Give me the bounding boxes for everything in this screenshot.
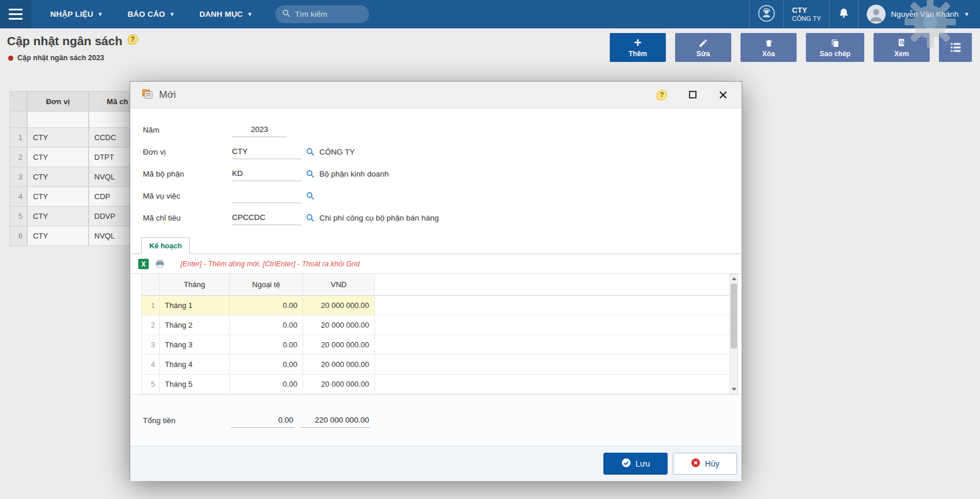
foreign-cell[interactable]: 0.00 bbox=[230, 375, 303, 394]
job-lookup-button[interactable] bbox=[306, 192, 315, 200]
vnd-cell[interactable]: 20 000 000.00 bbox=[303, 355, 375, 374]
department-lookup-button[interactable] bbox=[306, 170, 315, 178]
grid-header-row: Tháng Ngoại tệ VND bbox=[141, 274, 738, 296]
field-job: Mã vụ việc bbox=[143, 185, 742, 207]
grid-toolbar: [Enter] - Thêm dòng mới, [CtrlEnter] - T… bbox=[130, 254, 742, 274]
foreign-cell[interactable]: 0.00 bbox=[230, 355, 303, 374]
scroll-up-icon[interactable] bbox=[730, 274, 738, 283]
cancel-button[interactable]: Hủy bbox=[673, 453, 737, 475]
vnd-cell[interactable]: 20 000 000.00 bbox=[303, 375, 375, 394]
totals-label: Tổng tiền bbox=[143, 416, 231, 425]
year-input[interactable] bbox=[232, 123, 287, 137]
plan-grid: Tháng Ngoại tệ VND 1 Tháng 1 0.00 20 000… bbox=[141, 274, 738, 394]
month-cell[interactable]: Tháng 2 bbox=[160, 315, 230, 335]
unit-lookup-button[interactable] bbox=[306, 148, 315, 156]
vnd-cell[interactable]: 20 000 000.00 bbox=[303, 315, 375, 335]
field-target: Mã chỉ tiêu Chi phí công cụ bộ phận bán … bbox=[143, 207, 742, 229]
target-input[interactable] bbox=[232, 211, 301, 225]
foreign-cell[interactable]: 0.00 bbox=[230, 335, 303, 354]
help-icon[interactable]: ? bbox=[657, 90, 667, 100]
field-department: Mã bộ phận Bộ phận kinh doanh bbox=[143, 163, 742, 185]
totals-row: Tổng tiền 0.00 220 000 000.00 bbox=[130, 394, 742, 446]
search-icon bbox=[306, 148, 315, 156]
field-unit: Đơn vị CÔNG TY bbox=[143, 141, 742, 163]
department-input[interactable] bbox=[232, 167, 301, 181]
target-lookup-button[interactable] bbox=[306, 214, 315, 222]
new-record-dialog: Mới ? Năm Đơn vị CÔNG TY Mã bộ phận bbox=[130, 81, 742, 480]
grid-row[interactable]: 1 Tháng 1 0.00 20 000 000.00 bbox=[141, 296, 738, 315]
dialog-title: Mới bbox=[159, 89, 176, 101]
print-icon[interactable] bbox=[154, 259, 165, 269]
vnd-cell[interactable]: 20 000 000.00 bbox=[303, 335, 375, 354]
save-button[interactable]: Lưu bbox=[603, 453, 668, 475]
search-icon bbox=[306, 214, 315, 222]
search-icon bbox=[306, 170, 315, 178]
target-description: Chi phí công cụ bộ phận bán hàng bbox=[319, 214, 439, 222]
column-header[interactable]: Tháng bbox=[160, 274, 230, 295]
foreign-cell[interactable]: 0.00 bbox=[230, 315, 303, 335]
month-cell[interactable]: Tháng 5 bbox=[160, 375, 230, 394]
total-vnd-value: 220 000 000.00 bbox=[300, 413, 370, 428]
search-icon bbox=[306, 192, 315, 200]
excel-export-icon[interactable] bbox=[138, 259, 149, 269]
dialog-footer: Lưu Hủy bbox=[130, 446, 742, 481]
scrollbar-thumb[interactable] bbox=[731, 284, 737, 348]
grid-hint-text: [Enter] - Thêm dòng mới, [CtrlEnter] - T… bbox=[180, 260, 360, 268]
column-header[interactable]: Ngoại tệ bbox=[230, 274, 303, 295]
foreign-cell[interactable]: 0.00 bbox=[230, 296, 303, 315]
unit-input[interactable] bbox=[232, 145, 301, 159]
month-cell[interactable]: Tháng 4 bbox=[160, 355, 230, 374]
close-icon[interactable] bbox=[719, 90, 728, 100]
column-header[interactable]: VND bbox=[303, 274, 375, 295]
grid-row[interactable]: 4 Tháng 4 0.00 20 000 000.00 bbox=[141, 355, 738, 375]
scroll-down-icon[interactable] bbox=[730, 385, 738, 394]
x-circle-icon bbox=[691, 458, 701, 469]
department-description: Bộ phận kinh doanh bbox=[319, 170, 389, 178]
dialog-header: Mới ? bbox=[130, 82, 742, 108]
vnd-cell[interactable]: 20 000 000.00 bbox=[303, 296, 375, 315]
field-year: Năm bbox=[143, 119, 742, 141]
grid-row[interactable]: 3 Tháng 3 0.00 20 000 000.00 bbox=[141, 335, 738, 355]
total-foreign-value: 0.00 bbox=[231, 413, 294, 428]
job-input[interactable] bbox=[232, 189, 301, 203]
grid-row[interactable]: 2 Tháng 2 0.00 20 000 000.00 bbox=[141, 315, 738, 335]
check-circle-icon bbox=[621, 458, 631, 469]
dialog-form: Năm Đơn vị CÔNG TY Mã bộ phận Bộ phận ki… bbox=[130, 108, 742, 229]
tab-ke-hoach[interactable]: Kế hoạch bbox=[141, 237, 190, 254]
maximize-icon[interactable] bbox=[689, 91, 697, 98]
vertical-scrollbar[interactable] bbox=[730, 274, 738, 394]
tab-bar: Kế hoạch bbox=[130, 237, 742, 254]
grid-row[interactable]: 5 Tháng 5 0.00 20 000 000.00 bbox=[141, 375, 738, 394]
month-cell[interactable]: Tháng 1 bbox=[160, 296, 230, 315]
form-icon bbox=[142, 88, 153, 102]
unit-description: CÔNG TY bbox=[319, 148, 355, 156]
month-cell[interactable]: Tháng 3 bbox=[160, 335, 230, 354]
